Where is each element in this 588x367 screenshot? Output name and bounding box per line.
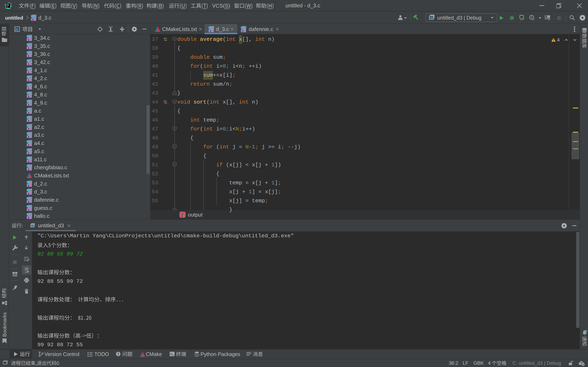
svg-text:c: c [28,216,29,219]
svg-text:c: c [28,160,29,163]
svg-text:c: c [28,111,29,114]
svg-text:c: c [28,78,29,82]
svg-text:c: c [28,127,29,130]
svg-text:c: c [28,87,29,90]
svg-text:c: c [28,167,29,171]
svg-text:c: c [28,143,29,146]
svg-text:c: c [210,29,211,33]
svg-text:c: c [28,103,29,106]
svg-text:c: c [28,200,29,203]
svg-text:c: c [32,18,34,21]
svg-text:c: c [28,95,29,98]
svg-text:c: c [242,29,243,33]
svg-text:c: c [28,208,29,211]
svg-text:c: c [28,54,29,57]
svg-text:c: c [28,135,29,138]
svg-text:c: c [28,119,29,122]
svg-text:c: c [28,46,29,49]
svg-text:c: c [28,192,29,195]
svg-text:c: c [28,38,29,41]
svg-text:c: c [28,151,29,155]
svg-text:c: c [28,71,29,74]
svg-text:c: c [28,184,29,187]
svg-text:CL: CL [7,4,9,6]
svg-text:c: c [28,62,29,66]
